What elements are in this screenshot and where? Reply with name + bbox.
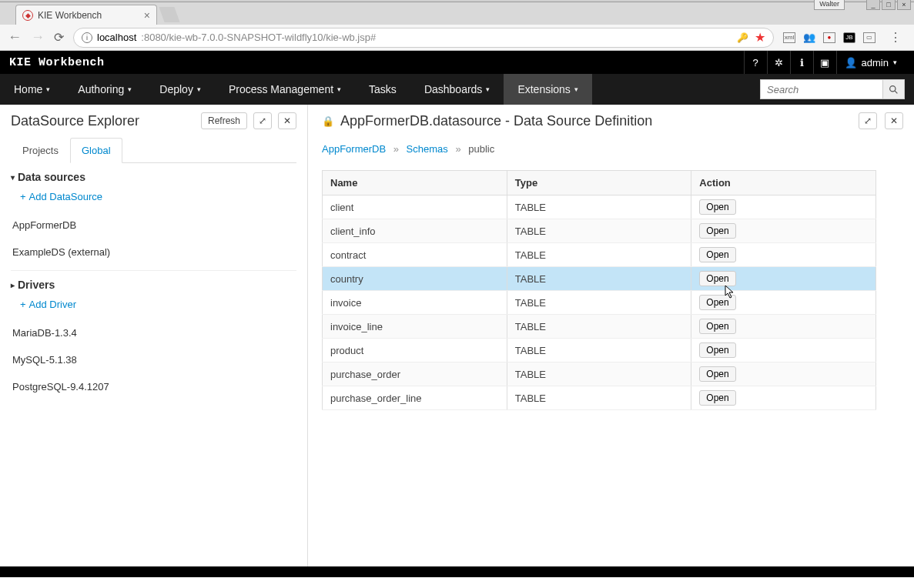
main-header: 🔒 AppFormerDB.datasource - Data Source D… [322,105,903,137]
close-panel-button[interactable]: ✕ [278,112,296,129]
open-button[interactable]: Open [699,295,735,310]
plus-icon: + [20,299,26,310]
nav-tasks[interactable]: Tasks [355,74,410,105]
sidebar: DataSource Explorer Refresh ⤢ ✕ Projects… [0,105,308,566]
settings-gear-icon[interactable]: ✲ [767,51,790,74]
search-icon [889,85,899,95]
browser-tab[interactable]: ◆ KIE Workbench × [15,5,157,25]
cell-action: Open [691,339,876,362]
url-host: localhost [97,32,136,43]
nav-extensions[interactable]: Extensions▾ [504,74,591,105]
window-maximize[interactable]: □ [882,0,896,10]
cell-action: Open [691,195,876,219]
close-main-button[interactable]: ✕ [885,112,903,129]
extension-icons: xml 👥 ● JB ▭ [783,32,875,43]
info-icon[interactable]: ℹ [790,51,813,74]
col-name: Name [323,171,507,195]
cell-type: TABLE [507,219,691,243]
nav-authoring[interactable]: Authoring▾ [64,74,146,105]
browser-address-bar: ← → ⟳ i localhost:8080/kie-wb-7.0.0-SNAP… [0,25,914,51]
chevron-right-icon: ▸ [11,281,15,289]
table-row: clientTABLEOpen [323,195,876,219]
tab-global[interactable]: Global [70,138,122,163]
open-button[interactable]: Open [699,319,735,334]
chevron-down-icon: ▾ [486,85,490,93]
lock-icon: 🔒 [322,115,334,127]
password-key-icon[interactable]: 🔑 [737,32,748,43]
bookmark-star-icon[interactable]: ★ [755,30,765,45]
cell-type: TABLE [507,362,691,386]
ext-icon-jb[interactable]: JB [843,32,855,43]
datasource-item[interactable]: AppFormerDB [11,212,296,239]
search-button[interactable] [883,79,905,99]
breadcrumb-sep: » [393,143,399,155]
table-row: client_infoTABLEOpen [323,219,876,243]
expand-button[interactable]: ⤢ [253,112,272,129]
drivers-section[interactable]: ▸ Drivers [11,271,296,294]
breadcrumb-schemas[interactable]: Schemas [407,143,448,155]
cell-type: TABLE [507,386,691,410]
tab-close-icon[interactable]: × [144,9,150,22]
ext-icon-record[interactable]: ● [823,32,835,43]
nav-deploy[interactable]: Deploy▾ [146,74,215,105]
user-label: admin [862,57,889,68]
window-minimize[interactable]: _ [866,0,880,10]
chevron-down-icon: ▾ [197,85,201,93]
cell-name: purchase_order_line [323,386,507,410]
tab-projects[interactable]: Projects [11,138,70,163]
nav-home[interactable]: Home▾ [0,74,64,105]
section-label: Data sources [18,171,85,183]
add-driver-link[interactable]: + Add Driver [11,294,296,319]
cell-name: purchase_order [323,362,507,386]
cell-action: Open [691,243,876,267]
main-panel: 🔒 AppFormerDB.datasource - Data Source D… [308,105,914,566]
section-label: Drivers [18,279,55,291]
open-button[interactable]: Open [699,366,735,382]
chevron-down-icon: ▾ [893,58,897,66]
breadcrumb-current: public [468,143,494,155]
expand-main-button[interactable]: ⤢ [859,112,877,129]
breadcrumb-sep: » [455,143,460,155]
refresh-button[interactable]: Refresh [201,112,247,129]
driver-item[interactable]: MySQL-5.1.38 [11,346,296,373]
ext-icon-frame[interactable]: ▭ [863,32,875,43]
reload-button[interactable]: ⟳ [54,30,64,45]
ext-icon-1[interactable]: xml [783,32,795,43]
browser-menu-icon[interactable]: ⋮ [885,30,906,45]
add-datasource-link[interactable]: + Add DataSource [11,186,296,212]
site-info-icon[interactable]: i [82,32,92,43]
open-button[interactable]: Open [699,271,735,286]
back-button[interactable]: ← [8,29,22,45]
nav-process-management[interactable]: Process Management▾ [215,74,355,105]
cell-type: TABLE [507,339,691,362]
open-button[interactable]: Open [699,223,735,239]
ext-icon-people[interactable]: 👥 [803,32,815,43]
help-button[interactable]: ? [744,51,767,74]
nav-dashboards[interactable]: Dashboards▾ [410,74,504,105]
cell-name: client [323,195,507,219]
open-button[interactable]: Open [699,247,735,262]
open-button[interactable]: Open [699,390,735,406]
window-close[interactable]: × [897,0,911,10]
open-button[interactable]: Open [699,199,735,215]
os-user-label: Walter [814,0,845,10]
forward-button[interactable]: → [31,29,45,45]
cell-action: Open [691,219,876,243]
driver-item[interactable]: PostgreSQL-9.4.1207 [11,373,296,400]
user-menu[interactable]: 👤 admin ▾ [836,51,905,74]
search-input[interactable] [760,79,883,99]
cell-action: Open [691,291,876,315]
open-button[interactable]: Open [699,342,735,358]
camera-icon[interactable]: ▣ [813,51,836,74]
breadcrumb-root[interactable]: AppFormerDB [322,143,386,155]
driver-item[interactable]: MariaDB-1.3.4 [11,319,296,346]
chevron-down-icon: ▾ [11,173,15,182]
new-tab-button[interactable] [159,7,179,22]
datasources-section[interactable]: ▾ Data sources [11,163,296,186]
sidebar-title: DataSource Explorer [11,113,196,129]
app-topbar: KIE Workbench ? ✲ ℹ ▣ 👤 admin ▾ [0,51,914,74]
datasource-item[interactable]: ExampleDS (external) [11,239,296,266]
breadcrumb: AppFormerDB » Schemas » public [322,137,903,165]
url-input[interactable]: i localhost:8080/kie-wb-7.0.0-SNAPSHOT-w… [73,28,774,48]
cell-type: TABLE [507,195,691,219]
